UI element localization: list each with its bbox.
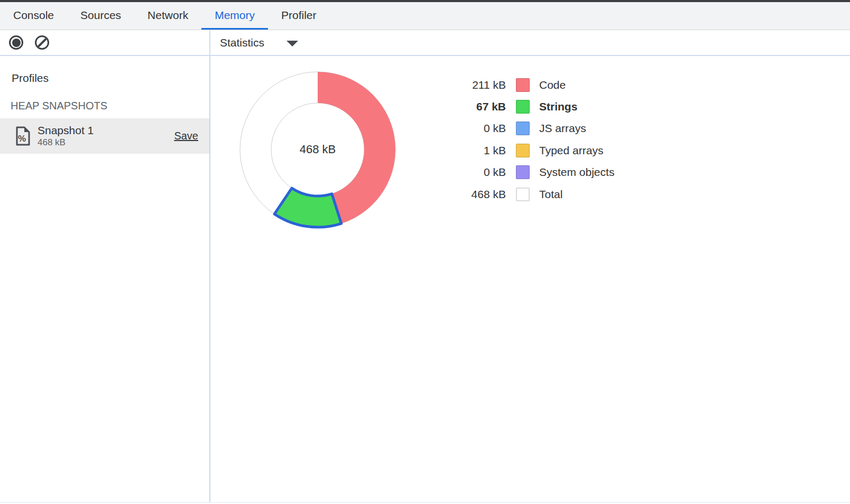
legend-row-js-arrays[interactable]: 0 kB JS arrays [424, 118, 614, 139]
tab-label: Profiler [281, 9, 317, 22]
snapshot-list-item[interactable]: % Snapshot 1 468 kB Save [0, 118, 209, 154]
triangle-down-icon [287, 41, 298, 46]
legend-swatch-system-objects [516, 165, 530, 179]
legend-swatch-strings [516, 100, 530, 114]
toolbar-left-section [0, 30, 210, 55]
devtools-tab-bar: Console Sources Network Memory Profiler [0, 2, 850, 30]
legend-row-strings[interactable]: 67 kB Strings [424, 96, 614, 117]
window-bottom-strip [0, 502, 850, 503]
svg-text:%: % [18, 134, 26, 144]
tab-memory[interactable]: Memory [201, 2, 268, 30]
legend-label: Typed arrays [539, 144, 603, 157]
snapshot-save-link[interactable]: Save [174, 130, 198, 142]
snapshot-size: 468 kB [38, 137, 94, 148]
heap-snapshots-section-title: HEAP SNAPSHOTS [11, 100, 107, 112]
donut-slice-strings[interactable] [274, 188, 341, 227]
legend-row-typed-arrays[interactable]: 1 kB Typed arrays [424, 139, 614, 161]
tab-label: Network [147, 9, 188, 22]
snapshot-texts: Snapshot 1 468 kB [38, 124, 94, 148]
tab-label: Console [13, 9, 54, 22]
memory-panel-toolbar: Statistics [0, 30, 850, 56]
tab-label: Sources [80, 9, 121, 22]
legend-value: 1 kB [424, 144, 506, 157]
legend-label: Code [539, 79, 566, 91]
toolbar-right-section: Statistics [210, 30, 850, 55]
legend-value: 0 kB [424, 166, 506, 179]
legend-label: JS arrays [539, 122, 586, 135]
donut-chart-svg [236, 68, 400, 231]
legend-value: 67 kB [424, 100, 506, 113]
legend-swatch-code [516, 78, 530, 92]
tab-console[interactable]: Console [0, 2, 67, 30]
legend-row-code[interactable]: 211 kB Code [424, 74, 614, 96]
heap-statistics-donut-chart: 468 kB [236, 68, 400, 231]
perspective-select[interactable]: Statistics [220, 36, 298, 49]
donut-ring-outline [271, 103, 364, 196]
tab-sources[interactable]: Sources [67, 2, 134, 30]
heap-snapshot-file-icon: % [15, 126, 31, 146]
legend-value: 211 kB [424, 79, 506, 91]
legend-value: 468 kB [424, 188, 506, 201]
legend-label: Total [539, 188, 562, 201]
legend-value: 0 kB [424, 122, 506, 135]
chart-legend: 211 kB Code 67 kB Strings 0 kB JS arrays… [424, 74, 614, 205]
clear-icon[interactable] [35, 35, 49, 50]
legend-label: System objects [539, 166, 614, 179]
legend-swatch-typed-arrays [516, 144, 530, 157]
tab-network[interactable]: Network [134, 2, 201, 30]
legend-label: Strings [539, 100, 577, 113]
legend-row-total[interactable]: 468 kB Total [424, 183, 614, 205]
legend-swatch-total [516, 188, 530, 201]
statistics-view: 468 kB 211 kB Code 67 kB Strings 0 kB JS… [210, 56, 850, 502]
tab-label: Memory [215, 9, 255, 22]
profiles-sidebar: Profiles HEAP SNAPSHOTS % Snapshot 1 468… [0, 56, 210, 502]
legend-row-system-objects[interactable]: 0 kB System objects [424, 162, 614, 183]
perspective-select-value: Statistics [220, 36, 264, 49]
profiles-title: Profiles [12, 72, 49, 85]
legend-swatch-js-arrays [516, 122, 530, 135]
tab-profiler[interactable]: Profiler [268, 2, 330, 30]
panel-content: Profiles HEAP SNAPSHOTS % Snapshot 1 468… [0, 56, 850, 502]
record-icon[interactable] [9, 35, 23, 50]
snapshot-title: Snapshot 1 [38, 124, 94, 137]
